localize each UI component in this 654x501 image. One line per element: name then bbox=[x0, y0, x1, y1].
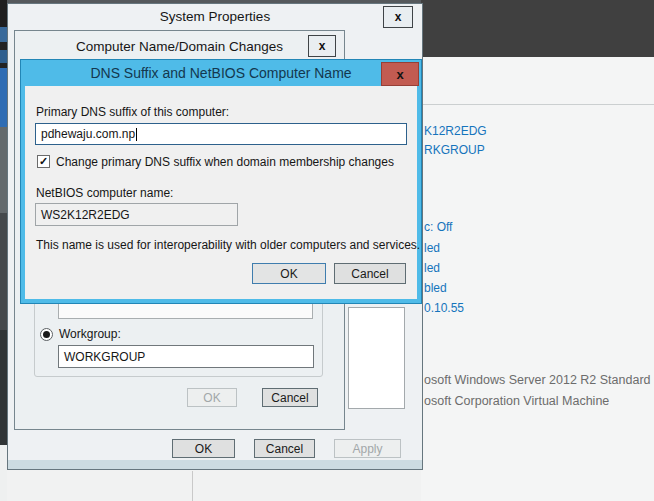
window-title: System Properties bbox=[8, 9, 422, 24]
window-title: DNS Suffix and NetBIOS Computer Name bbox=[21, 65, 421, 81]
primary-dns-input[interactable]: pdhewaju.com.np bbox=[35, 123, 407, 145]
primary-dns-label: Primary DNS suffix of this computer: bbox=[36, 105, 229, 119]
ok-button[interactable]: OK bbox=[187, 388, 237, 407]
netbios-note: This name is used for interoperability w… bbox=[36, 238, 420, 252]
edge-segment bbox=[0, 445, 7, 501]
edge-segment bbox=[0, 68, 7, 127]
close-button[interactable]: x bbox=[381, 62, 419, 86]
close-icon: x bbox=[395, 10, 402, 24]
server-info-link[interactable]: K12R2EDG bbox=[424, 124, 487, 138]
edge-segment bbox=[0, 42, 7, 50]
close-icon: x bbox=[396, 67, 403, 82]
radio-dot bbox=[43, 331, 50, 338]
os-version-text: osoft Windows Server 2012 R2 Standard bbox=[424, 373, 651, 387]
dns-suffix-netbios-window: DNS Suffix and NetBIOS Computer Name x P… bbox=[20, 59, 422, 304]
edge-segment bbox=[0, 50, 7, 63]
ok-button[interactable]: OK bbox=[172, 439, 235, 458]
window-title: Computer Name/Domain Changes bbox=[15, 39, 344, 54]
background-server-panel: K12R2EDG RKGROUP c: Off led led bled 0.1… bbox=[421, 57, 654, 501]
cancel-button[interactable]: Cancel bbox=[334, 263, 406, 284]
screen: K12R2EDG RKGROUP c: Off led led bled 0.1… bbox=[0, 0, 654, 501]
edge-segment bbox=[0, 213, 7, 330]
workgroup-input[interactable]: WORKGROUP bbox=[58, 345, 314, 368]
apply-button[interactable]: Apply bbox=[334, 439, 401, 458]
edge-segment bbox=[0, 127, 7, 213]
hardware-text: osoft Corporation Virtual Machine bbox=[424, 394, 609, 408]
workgroup-radio[interactable] bbox=[40, 328, 53, 341]
server-info-link[interactable]: led bbox=[424, 261, 440, 275]
primary-dns-value: pdhewaju.com.np bbox=[41, 127, 135, 141]
cancel-button[interactable]: Cancel bbox=[254, 439, 315, 458]
desktop-left-edge bbox=[0, 0, 7, 501]
server-info-link[interactable]: led bbox=[424, 241, 440, 255]
edge-segment bbox=[0, 0, 7, 27]
ok-button[interactable]: OK bbox=[252, 263, 326, 284]
netbios-field: WS2K12R2EDG bbox=[35, 203, 238, 226]
cancel-button[interactable]: Cancel bbox=[262, 388, 318, 407]
close-button[interactable]: x bbox=[383, 6, 413, 28]
close-icon: x bbox=[319, 39, 326, 53]
server-info-link[interactable]: bled bbox=[424, 281, 447, 295]
edge-segment bbox=[0, 27, 7, 42]
checkmark-icon: ✓ bbox=[39, 156, 48, 167]
close-button[interactable]: x bbox=[308, 35, 336, 57]
background-dark-header bbox=[421, 0, 654, 57]
dialog-body: Primary DNS suffix of this computer: pdh… bbox=[25, 86, 417, 299]
server-info-link[interactable]: c: Off bbox=[424, 220, 452, 234]
panel-divider bbox=[421, 104, 654, 105]
background-vertical-line bbox=[192, 471, 193, 501]
change-suffix-checkbox[interactable]: ✓ bbox=[37, 155, 50, 168]
window-bottom-border bbox=[8, 460, 422, 469]
text-caret bbox=[136, 128, 137, 141]
server-info-link[interactable]: 0.10.55 bbox=[424, 301, 464, 315]
change-suffix-checkbox-label: Change primary DNS suffix when domain me… bbox=[56, 155, 394, 169]
netbios-label: NetBIOS computer name: bbox=[36, 186, 173, 200]
workgroup-radio-label: Workgroup: bbox=[59, 327, 121, 341]
background-list-panel bbox=[348, 307, 405, 409]
server-info-link[interactable]: RKGROUP bbox=[424, 143, 485, 157]
